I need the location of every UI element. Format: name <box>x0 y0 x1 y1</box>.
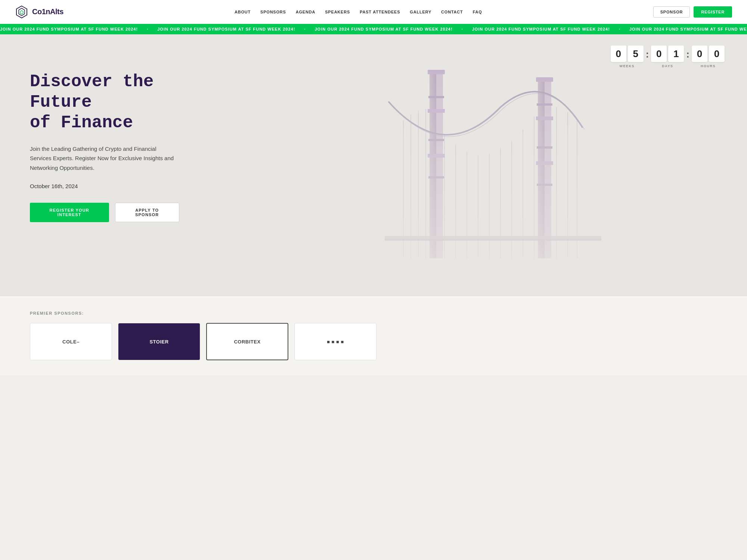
nav-actions: SPONSOR REGISTER <box>653 6 732 18</box>
svg-rect-7 <box>428 154 445 158</box>
svg-rect-4 <box>436 72 443 258</box>
nav-links: ABOUT SPONSORS AGENDA SPEAKERS PAST ATTE… <box>231 7 486 16</box>
sponsor-logo-stoier: STOIER <box>149 339 168 345</box>
svg-rect-3 <box>430 72 436 258</box>
svg-rect-13 <box>536 77 553 82</box>
svg-rect-11 <box>538 79 545 258</box>
svg-rect-17 <box>537 146 552 149</box>
nav-faq[interactable]: FAQ <box>469 7 486 16</box>
svg-rect-14 <box>536 116 553 120</box>
ticker-bar: JOIN OUR 2024 FUND SYMPOSIUM AT SF FUND … <box>0 24 747 34</box>
weeks-digit-1: 0 <box>611 46 626 62</box>
svg-marker-1 <box>19 8 25 16</box>
svg-rect-8 <box>428 96 444 98</box>
bridge-image <box>261 34 747 296</box>
hours-label: HOURS <box>701 64 716 68</box>
hero-section: 0 5 WEEKS : 0 1 DAYS : 0 0 HOURS Discove… <box>0 34 747 296</box>
svg-rect-10 <box>428 176 444 178</box>
svg-rect-5 <box>428 70 445 74</box>
weeks-digit-2: 5 <box>628 46 644 62</box>
sponsors-section: PREMIER SPONSORS: COLE– STOIER CORBITEX … <box>0 296 747 375</box>
countdown: 0 5 WEEKS : 0 1 DAYS : 0 0 HOURS <box>611 46 725 68</box>
sponsors-row: COLE– STOIER CORBITEX ■ ■ ■ ■ <box>30 323 717 360</box>
hero-title-line1: Discover the Future <box>30 72 154 112</box>
days-digit-2: 1 <box>668 46 684 62</box>
ticker-content: JOIN OUR 2024 FUND SYMPOSIUM AT SF FUND … <box>0 27 747 31</box>
svg-marker-2 <box>20 10 23 14</box>
sponsors-label: PREMIER SPONSORS: <box>30 311 717 315</box>
svg-rect-6 <box>428 109 445 113</box>
svg-rect-12 <box>545 79 551 258</box>
nav-sponsor-button[interactable]: SPONSOR <box>653 6 690 18</box>
register-interest-button[interactable]: REGISTER YOUR INTEREST <box>30 203 109 222</box>
svg-rect-37 <box>336 34 672 296</box>
hero-title-line2: of Finance <box>30 113 133 133</box>
days-digit-1: 0 <box>651 46 667 62</box>
ticker-text-5: JOIN OUR 2024 FUND SYMPOSIUM AT SF FUND … <box>629 27 747 31</box>
svg-rect-15 <box>536 161 553 165</box>
days-label: DAYS <box>662 64 673 68</box>
nav-sponsors[interactable]: SPONSORS <box>257 7 290 16</box>
colon-1: : <box>644 49 651 60</box>
logo-link[interactable]: Co1nAlts <box>15 5 63 19</box>
nav-past-attendees[interactable]: PAST ATTENDEES <box>356 7 404 16</box>
ticker-text-2: JOIN OUR 2024 FUND SYMPOSIUM AT SF FUND … <box>157 27 295 31</box>
nav-register-button[interactable]: REGISTER <box>694 6 732 18</box>
svg-rect-35 <box>385 236 601 240</box>
svg-rect-18 <box>537 184 552 186</box>
logo-icon <box>15 5 28 19</box>
nav-gallery[interactable]: GALLERY <box>406 7 435 16</box>
hero-title: Discover the Future of Finance <box>30 72 179 134</box>
countdown-days: 0 1 DAYS <box>651 46 684 68</box>
svg-rect-16 <box>537 103 552 106</box>
sponsor-card-misc: ■ ■ ■ ■ <box>294 323 376 360</box>
hero-buttons: REGISTER YOUR INTEREST APPLY TO SPONSOR <box>30 203 179 222</box>
logo-text: Co1nAlts <box>32 7 63 16</box>
countdown-weeks: 0 5 WEEKS <box>611 46 644 68</box>
colon-2: : <box>684 49 692 60</box>
nav-speakers[interactable]: SPEAKERS <box>321 7 354 16</box>
ticker-text-4: JOIN OUR 2024 FUND SYMPOSIUM AT SF FUND … <box>472 27 610 31</box>
sponsor-card-stoier: STOIER <box>118 323 200 360</box>
sponsor-card-cole: COLE– <box>30 323 112 360</box>
nav-about[interactable]: ABOUT <box>231 7 254 16</box>
sponsor-logo-corbitex: CORBITEX <box>234 339 260 345</box>
ticker-text-1: JOIN OUR 2024 FUND SYMPOSIUM AT SF FUND … <box>0 27 138 31</box>
apply-sponsor-button[interactable]: APPLY TO SPONSOR <box>115 203 179 222</box>
hours-digit-2: 0 <box>709 46 725 62</box>
sponsor-card-corbitex: CORBITEX <box>206 323 288 360</box>
hours-digit-1: 0 <box>692 46 707 62</box>
hero-date: October 16th, 2024 <box>30 183 179 189</box>
svg-rect-36 <box>385 239 601 241</box>
sponsor-logo-cole: COLE– <box>62 339 80 345</box>
navbar: Co1nAlts ABOUT SPONSORS AGENDA SPEAKERS … <box>0 0 747 24</box>
hero-content: Discover the Future of Finance Join the … <box>0 34 209 252</box>
svg-rect-9 <box>428 139 444 141</box>
countdown-hours: 0 0 HOURS <box>692 46 725 68</box>
weeks-label: WEEKS <box>619 64 635 68</box>
hero-subtitle: Join the Leading Gathering of Crypto and… <box>30 144 179 173</box>
nav-agenda[interactable]: AGENDA <box>292 7 319 16</box>
ticker-text-3: JOIN OUR 2024 FUND SYMPOSIUM AT SF FUND … <box>315 27 453 31</box>
nav-contact[interactable]: CONTACT <box>437 7 467 16</box>
sponsor-logo-misc: ■ ■ ■ ■ <box>327 339 344 345</box>
svg-marker-0 <box>16 6 27 18</box>
